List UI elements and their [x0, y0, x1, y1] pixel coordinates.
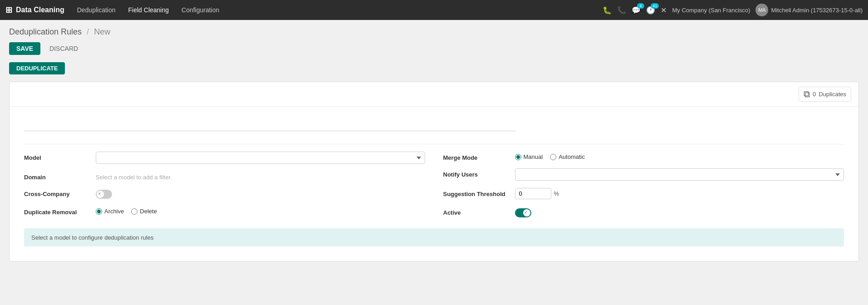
topnav-menu: Deduplication Field Cleaning Configurati…	[72, 5, 596, 15]
merge-mode-field: Manual Automatic	[515, 152, 844, 160]
cross-company-toggle[interactable]	[96, 190, 112, 199]
deduplicate-button[interactable]: DEDUPLICATE	[9, 62, 65, 74]
suggestion-threshold-label: Suggestion Threshold	[443, 188, 511, 197]
automatic-label: Automatic	[559, 153, 585, 160]
merge-mode-label: Merge Mode	[443, 152, 511, 161]
archive-label: Archive	[104, 208, 124, 215]
breadcrumb-current: New	[94, 27, 110, 36]
duplicate-removal-field: Archive Delete	[96, 206, 425, 215]
close-icon[interactable]: ✕	[661, 6, 667, 15]
active-field	[515, 207, 844, 217]
nav-field-cleaning[interactable]: Field Cleaning	[123, 5, 175, 15]
clock-badge: 41	[651, 3, 659, 9]
topnav-right: 🐛 📞 💬 6 🕐 41 ✕ My Company (San Francisco…	[603, 4, 863, 16]
merge-mode-row: Merge Mode Manual Automatic	[443, 152, 844, 161]
model-label: Model	[24, 152, 92, 161]
domain-row: Domain Select a model to add a filter.	[24, 171, 425, 181]
toggle-knob	[97, 191, 104, 198]
main-card: ⧉ 0 Duplicates Model	[9, 82, 859, 261]
breadcrumb-separator: /	[87, 27, 89, 36]
nav-configuration[interactable]: Configuration	[176, 5, 225, 15]
notify-users-field	[515, 168, 844, 181]
chat-icon[interactable]: 💬 6	[632, 6, 641, 15]
user-info[interactable]: MA Mitchell Admin (17532673-15-0-all)	[755, 4, 863, 16]
automatic-radio[interactable]	[550, 154, 556, 160]
threshold-input[interactable]	[515, 188, 551, 199]
domain-field: Select a model to add a filter.	[96, 171, 425, 181]
app-title: Data Cleaning	[16, 6, 64, 14]
form-grid: Model Domain Select a model to add a fil…	[24, 152, 844, 217]
duplicates-label: Duplicates	[819, 91, 846, 98]
duplicate-removal-row: Duplicate Removal Archive Delete	[24, 206, 425, 216]
manual-option[interactable]: Manual	[515, 153, 543, 160]
duplicate-removal-group: Archive Delete	[96, 206, 425, 215]
duplicates-button[interactable]: ⧉ 0 Duplicates	[799, 87, 851, 102]
card-body: Model Domain Select a model to add a fil…	[10, 107, 858, 261]
automatic-option[interactable]: Automatic	[550, 153, 585, 160]
threshold-row: %	[515, 188, 844, 199]
phone-icon[interactable]: 📞	[617, 6, 626, 15]
info-box-text: Select a model to configure deduplicatio…	[31, 234, 154, 241]
duplicate-removal-label: Duplicate Removal	[24, 206, 92, 216]
active-label: Active	[443, 207, 511, 216]
toolbar: SAVE DISCARD	[9, 42, 859, 55]
suggestion-threshold-field: %	[515, 188, 844, 199]
discard-button[interactable]: DISCARD	[44, 42, 83, 55]
active-toggle-knob	[523, 209, 530, 216]
name-input-row	[24, 118, 844, 131]
suggestion-threshold-row: Suggestion Threshold %	[443, 188, 844, 199]
merge-mode-group: Manual Automatic	[515, 152, 844, 160]
card-header: ⧉ 0 Duplicates	[10, 82, 858, 107]
delete-label: Delete	[140, 208, 157, 215]
topnav: ⊞ Data Cleaning Deduplication Field Clea…	[0, 0, 868, 20]
section-separator	[24, 144, 844, 144]
app-logo[interactable]: ⊞ Data Cleaning	[5, 5, 64, 15]
model-field	[96, 152, 425, 164]
record-name-input[interactable]	[24, 118, 516, 131]
company-name: My Company (San Francisco)	[672, 7, 750, 14]
manual-label: Manual	[524, 153, 543, 160]
nav-deduplication[interactable]: Deduplication	[72, 5, 121, 15]
form-right: Merge Mode Manual Automatic	[443, 152, 844, 217]
archive-radio[interactable]	[96, 208, 102, 215]
chat-badge: 6	[637, 3, 644, 9]
archive-option[interactable]: Archive	[96, 208, 124, 215]
domain-placeholder: Select a model to add a filter.	[96, 171, 425, 181]
delete-radio[interactable]	[131, 208, 137, 215]
model-row: Model	[24, 152, 425, 164]
cross-company-label: Cross-Company	[24, 188, 92, 197]
active-row: Active	[443, 207, 844, 217]
clock-icon[interactable]: 🕐 41	[646, 6, 655, 15]
delete-option[interactable]: Delete	[131, 208, 157, 215]
active-toggle[interactable]	[515, 208, 531, 217]
notify-users-select[interactable]	[515, 168, 844, 181]
form-left: Model Domain Select a model to add a fil…	[24, 152, 425, 217]
duplicates-count: 0	[813, 91, 816, 98]
breadcrumb: Deduplication Rules / New	[9, 27, 859, 37]
breadcrumb-parent[interactable]: Deduplication Rules	[9, 27, 82, 36]
model-select[interactable]	[96, 152, 425, 164]
user-name: Mitchell Admin (17532673-15-0-all)	[771, 7, 863, 14]
bug-icon[interactable]: 🐛	[603, 6, 612, 15]
manual-radio[interactable]	[515, 154, 521, 160]
info-box: Select a model to configure deduplicatio…	[24, 228, 844, 246]
domain-label: Domain	[24, 171, 92, 181]
save-button[interactable]: SAVE	[9, 42, 40, 55]
notify-users-row: Notify Users	[443, 168, 844, 181]
cross-company-row: Cross-Company	[24, 188, 425, 199]
grid-icon: ⊞	[5, 5, 12, 15]
avatar: MA	[755, 4, 768, 16]
duplicates-icon: ⧉	[804, 89, 810, 99]
notify-users-label: Notify Users	[443, 168, 511, 178]
cross-company-field	[96, 188, 425, 199]
threshold-pct: %	[554, 190, 559, 197]
page-content: Deduplication Rules / New SAVE DISCARD D…	[0, 20, 868, 269]
